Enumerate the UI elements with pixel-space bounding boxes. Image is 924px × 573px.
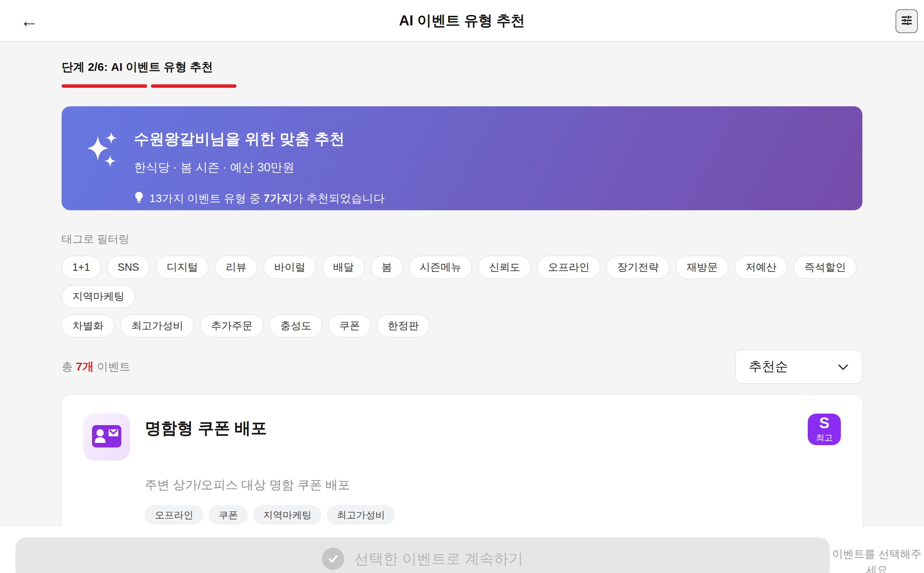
event-tags: 오프라인쿠폰지역마케팅최고가성비 (145, 505, 841, 524)
tag-chip[interactable]: 차별화 (62, 314, 114, 337)
sparkles-icon (83, 131, 122, 173)
tag-chip[interactable]: 오프라인 (537, 256, 600, 279)
tag-chip[interactable]: 재방문 (676, 256, 728, 279)
tag-chip[interactable]: 지역마케팅 (62, 285, 135, 308)
grade-label: 최고 (816, 432, 833, 444)
event-count-summary: 총 7개 이벤트 (62, 359, 131, 375)
tag-chip[interactable]: 배달 (322, 256, 365, 279)
tag-chip[interactable]: 디지털 (156, 256, 209, 279)
event-icon-tile (83, 414, 130, 461)
tag-chip[interactable]: 신뢰도 (478, 256, 531, 279)
sort-selected-value: 추천순 (749, 358, 788, 375)
progress-segment (62, 84, 147, 88)
tune-sliders-icon (900, 14, 913, 28)
selection-helper-text: 이벤트를 선택해주 세요 (830, 546, 924, 573)
filter-section-label: 태그로 필터링 (62, 232, 862, 246)
event-tag: 지역마케팅 (253, 505, 321, 524)
tag-chip[interactable]: 충성도 (270, 314, 322, 337)
tag-chip[interactable]: 한정판 (377, 314, 430, 337)
banner-subtitle: 한식당 · 봄 시즌 · 예산 30만원 (134, 159, 385, 176)
event-count: 7개 (76, 360, 94, 373)
banner-title: 수원왕갈비님을 위한 맞춤 추천 (134, 129, 385, 149)
event-tag: 최고가성비 (327, 505, 395, 524)
tag-chip[interactable]: 최고가성비 (121, 314, 194, 337)
tag-chip[interactable]: 즉석할인 (793, 256, 857, 279)
sort-row: 총 7개 이벤트 추천순 (62, 350, 862, 384)
header: ← AI 이벤트 유형 추천 (0, 0, 924, 42)
event-tag: 쿠폰 (209, 505, 248, 524)
tag-chip[interactable]: 저예산 (735, 256, 787, 279)
tag-chip[interactable]: 쿠폰 (328, 314, 371, 337)
page-title: AI 이벤트 유형 추천 (0, 0, 924, 42)
step-indicator: 단계 2/6: AI 이벤트 유형 추천 (62, 59, 862, 75)
progress-bar (62, 84, 862, 88)
sort-dropdown[interactable]: 추천순 (735, 350, 862, 384)
tag-filter-row-1: 1+1SNS디지털리뷰바이럴배달봄시즌메뉴신뢰도오프라인장기전략재방문저예산즉석… (62, 256, 862, 308)
main-content: 단계 2/6: AI 이벤트 유형 추천 수원왕갈비님을 위한 맞춤 추천 한식… (0, 42, 924, 573)
event-description: 주변 상가/오피스 대상 명함 쿠폰 배포 (145, 477, 841, 494)
tag-filter-row-2: 차별화최고가성비추가주문충성도쿠폰한정판 (62, 314, 862, 337)
event-card-title-area: 명함형 쿠폰 배포 (145, 414, 808, 439)
recommendation-banner: 수원왕갈비님을 위한 맞춤 추천 한식당 · 봄 시즌 · 예산 30만원 13… (62, 106, 862, 210)
progress-segment (151, 84, 236, 88)
banner-info: 13가지 이벤트 유형 중 7가지가 추천되었습니다 (134, 191, 385, 206)
tag-chip[interactable]: 추가주문 (200, 314, 263, 337)
event-tag: 오프라인 (145, 505, 203, 524)
grade-badge: S 최고 (808, 414, 841, 445)
contact-card-icon (92, 425, 121, 449)
ai-event-recommendation-screen: ← AI 이벤트 유형 추천 단계 2/6: AI 이벤트 유형 추천 (0, 0, 924, 573)
chevron-down-icon (837, 359, 849, 374)
grade-letter: S (819, 415, 830, 431)
bottom-action-bar: 선택한 이벤트로 계속하기 이벤트를 선택해주 세요 (0, 527, 924, 573)
tag-chip[interactable]: 리뷰 (215, 256, 257, 279)
filter-settings-button[interactable] (896, 9, 918, 33)
check-circle-icon (322, 548, 344, 570)
tag-chip[interactable]: 바이럴 (263, 256, 316, 279)
tag-chip[interactable]: 장기전략 (606, 256, 670, 279)
event-title: 명함형 쿠폰 배포 (145, 417, 808, 439)
tag-chip[interactable]: 1+1 (62, 256, 101, 279)
tag-chip[interactable]: 시즌메뉴 (409, 256, 472, 279)
continue-button-label: 선택한 이벤트로 계속하기 (354, 549, 523, 569)
banner-body: 수원왕갈비님을 위한 맞춤 추천 한식당 · 봄 시즌 · 예산 30만원 13… (134, 129, 385, 210)
continue-button[interactable]: 선택한 이벤트로 계속하기 (15, 538, 830, 573)
event-card-header: 명함형 쿠폰 배포 S 최고 (83, 414, 841, 461)
tag-chip[interactable]: 봄 (371, 256, 403, 279)
banner-info-text: 13가지 이벤트 유형 중 7가지가 추천되었습니다 (149, 191, 385, 206)
tag-chip[interactable]: SNS (107, 256, 150, 279)
bulb-icon (134, 191, 144, 206)
